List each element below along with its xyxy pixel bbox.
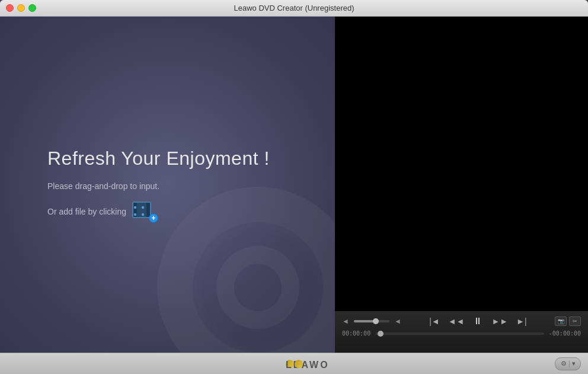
volume-speaker-icon: ◄ <box>394 317 401 325</box>
separator <box>569 360 570 367</box>
main-content: Refresh Your Enjoyment ! Please drag-and… <box>0 17 588 353</box>
volume-icon: ◄ <box>342 317 349 325</box>
film-hole <box>134 206 136 209</box>
clip-button[interactable]: ✂ <box>569 317 581 326</box>
right-controls-group: 📷 ✂ <box>555 317 581 326</box>
current-time: 00:00:00 <box>342 330 370 337</box>
drag-drop-text: Please drag-and-drop to input. <box>47 181 335 191</box>
pause-button[interactable]: ⏸ <box>471 316 485 327</box>
arrow-icon: ▾ <box>572 360 576 367</box>
add-file-label: Or add file by clicking <box>47 207 126 216</box>
skip-to-end-button[interactable]: ►| <box>514 317 529 325</box>
left-panel: Refresh Your Enjoyment ! Please drag-and… <box>0 17 335 353</box>
skip-to-start-button[interactable]: |◄ <box>427 317 442 325</box>
title-bar: Leawo DVD Creator (Unregistered) <box>0 0 588 17</box>
progress-thumb[interactable] <box>378 331 384 337</box>
volume-thumb[interactable] <box>373 318 379 324</box>
video-preview-area <box>335 17 588 311</box>
progress-row: 00:00:00 -00:00:00 <box>342 330 581 337</box>
plus-badge-icon: + <box>149 213 158 223</box>
volume-slider[interactable] <box>354 320 389 322</box>
film-strip-icon <box>132 202 151 218</box>
volume-fill <box>354 320 375 322</box>
logo-text: LEAWO <box>286 360 294 368</box>
close-button[interactable] <box>6 4 14 12</box>
right-panel: ◄ ◄ |◄ ◄◄ ⏸ ►► ►| 📷 ✂ 00: <box>335 17 588 353</box>
film-hole-row-top <box>133 206 151 209</box>
settings-button[interactable]: ⚙ ▾ <box>555 357 581 370</box>
player-controls: ◄ ◄ |◄ ◄◄ ⏸ ►► ►| 📷 ✂ 00: <box>335 311 588 353</box>
gear-icon: ⚙ <box>561 360 567 367</box>
total-time: -00:00:00 <box>549 330 581 337</box>
maximize-button[interactable] <box>28 4 36 12</box>
snapshot-button[interactable]: 📷 <box>555 317 567 326</box>
film-hole <box>134 213 136 216</box>
window-controls[interactable] <box>6 4 36 12</box>
fast-forward-button[interactable]: ►► <box>490 317 510 325</box>
bottom-bar: LEAWO ⚙ ▾ <box>0 353 588 374</box>
minimize-button[interactable] <box>17 4 25 12</box>
film-hole <box>149 206 151 209</box>
main-heading: Refresh Your Enjoyment ! <box>47 148 335 170</box>
film-hole <box>142 206 144 209</box>
progress-bar[interactable] <box>375 333 544 335</box>
add-file-button[interactable]: + <box>132 202 155 222</box>
leawo-logo: LEAWO <box>285 359 303 369</box>
rewind-button[interactable]: ◄◄ <box>446 317 466 325</box>
controls-top-row: ◄ ◄ |◄ ◄◄ ⏸ ►► ►| 📷 ✂ <box>342 316 581 327</box>
film-hole <box>142 213 144 216</box>
film-hole-row-bottom <box>133 213 151 216</box>
window-title: Leawo DVD Creator (Unregistered) <box>234 4 354 12</box>
